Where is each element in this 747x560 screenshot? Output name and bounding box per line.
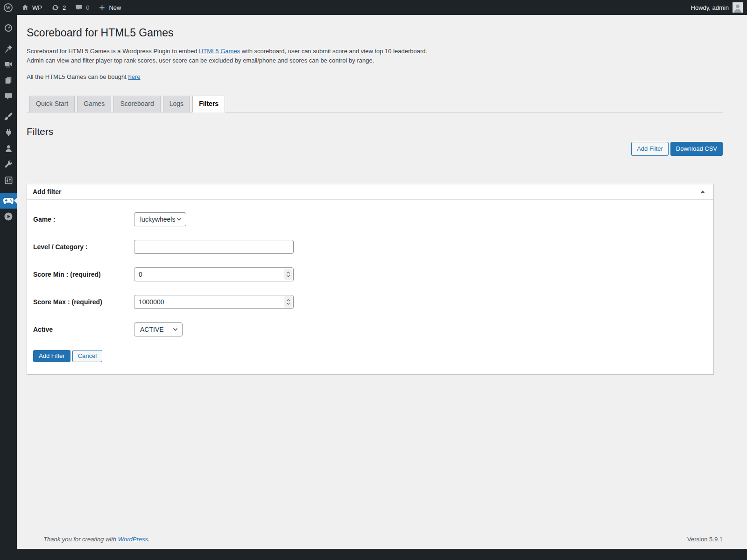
add-filter-panel: Add filter Game : luckywheels Level / Ca…	[27, 184, 714, 375]
tab-games[interactable]: Games	[77, 96, 111, 112]
appearance-brush-icon	[4, 112, 13, 121]
form-row-score-min: Score Min : (required)	[33, 267, 708, 281]
level-category-input[interactable]	[134, 240, 293, 253]
posts-pin-icon	[4, 44, 13, 53]
score-min-input[interactable]	[134, 268, 293, 281]
video-play-icon	[4, 212, 13, 221]
sidebar-item-settings[interactable]	[0, 172, 17, 188]
footer-thanks-text: Thank you for creating with	[43, 536, 118, 543]
score-max-spinner[interactable]	[284, 296, 292, 308]
comment-icon	[75, 4, 83, 11]
sidebar-item-comments[interactable]	[0, 88, 17, 104]
site-name-menu[interactable]: WP	[17, 0, 47, 15]
comment-count: 0	[86, 4, 89, 11]
sidebar-item-scoreboard-plugin[interactable]	[0, 193, 17, 209]
comments-menu[interactable]: 0	[70, 0, 94, 15]
form-row-level: Level / Category :	[33, 240, 708, 254]
admin-bar: W WP 2 0 New Howdy, admin	[0, 0, 747, 15]
howdy-label: Howdy, admin	[691, 4, 729, 11]
game-select[interactable]: luckywheels	[134, 212, 186, 226]
sidebar-item-media[interactable]	[0, 56, 17, 72]
wordpress-logo-menu[interactable]: W	[0, 0, 17, 15]
my-account-menu[interactable]: Howdy, admin	[691, 2, 747, 13]
form-row-score-max: Score Max : (required)	[33, 295, 708, 309]
cancel-button[interactable]: Cancel	[72, 350, 102, 362]
wordpress-link[interactable]: WordPress	[118, 536, 148, 543]
sidebar-item-dashboard[interactable]	[0, 20, 17, 36]
bought-text: All the HTML5 Games can be bought	[27, 73, 128, 80]
sidebar-item-plugins[interactable]	[0, 125, 17, 140]
chevron-down-icon	[173, 328, 178, 331]
sidebar-item-appearance[interactable]	[0, 109, 17, 125]
bought-here-link[interactable]: here	[128, 73, 141, 80]
new-label: New	[109, 4, 121, 11]
tab-filters[interactable]: Filters	[192, 96, 225, 112]
form-row-active: Active ACTIVE	[33, 322, 708, 336]
tab-logs[interactable]: Logs	[163, 96, 190, 112]
level-category-label: Level / Category :	[33, 243, 134, 251]
plugin-description: Scoreboard for HTML5 Games is a Wordpres…	[27, 47, 723, 65]
game-select-value: luckywheels	[140, 216, 175, 223]
active-label: Active	[33, 326, 134, 333]
update-icon	[51, 4, 59, 12]
settings-icon	[4, 176, 13, 185]
plus-icon	[99, 4, 106, 11]
panel-buttons: Add Filter Cancel	[33, 350, 708, 362]
filters-heading: Filters	[27, 126, 723, 138]
add-filter-button-top[interactable]: Add Filter	[631, 142, 669, 156]
score-min-label: Score Min : (required)	[33, 271, 134, 278]
version-label: Version 5.9.1	[687, 536, 723, 543]
sidebar-item-users[interactable]	[0, 140, 17, 156]
tab-scoreboard[interactable]: Scoreboard	[113, 96, 160, 112]
home-icon	[21, 4, 29, 11]
score-min-spinner[interactable]	[284, 269, 292, 280]
add-filter-form: Game : luckywheels Level / Category : Sc…	[27, 200, 713, 374]
collapse-toggle-icon[interactable]	[700, 190, 705, 193]
filters-actions: Add Filter Download CSV	[27, 142, 723, 156]
add-filter-panel-title: Add filter	[33, 188, 61, 196]
active-select[interactable]: ACTIVE	[134, 322, 183, 336]
bought-line: All the HTML5 Games can be bought here	[27, 73, 723, 80]
admin-sidebar	[0, 15, 17, 560]
score-max-label: Score Max : (required)	[33, 298, 134, 306]
intro-line2: Admin can view and filter player top ran…	[27, 57, 374, 64]
sidebar-item-posts[interactable]	[0, 41, 17, 56]
sidebar-item-tools[interactable]	[0, 156, 17, 172]
admin-footer: Thank you for creating with WordPress. V…	[43, 536, 723, 543]
game-controller-icon	[3, 197, 14, 204]
admin-content: Scoreboard for HTML5 Games Scoreboard fo…	[17, 15, 747, 549]
wordpress-logo-icon: W	[3, 3, 13, 13]
html5-games-link[interactable]: HTML5 Games	[199, 48, 240, 55]
score-min-input-wrap	[134, 267, 294, 281]
sidebar-item-pages[interactable]	[0, 72, 17, 88]
footer-thanks: Thank you for creating with WordPress.	[43, 536, 150, 543]
tools-wrench-icon	[4, 160, 13, 169]
update-count: 2	[63, 4, 66, 11]
game-label: Game :	[33, 216, 134, 223]
footer-thanks-period: .	[148, 536, 150, 543]
score-max-input-wrap	[134, 295, 294, 309]
spinner-up-icon	[286, 272, 290, 274]
updates-menu[interactable]: 2	[47, 0, 70, 15]
menu-separator	[0, 36, 17, 41]
dashboard-icon	[4, 23, 13, 33]
svg-text:W: W	[6, 5, 11, 10]
add-filter-panel-header: Add filter	[27, 184, 713, 200]
intro-text: Scoreboard for HTML5 Games is a Wordpres…	[27, 48, 199, 55]
intro-text-after: with scoreboard, user can submit score a…	[240, 48, 427, 55]
avatar	[733, 2, 743, 13]
media-icon	[4, 60, 13, 69]
new-content-menu[interactable]: New	[94, 0, 126, 15]
pages-icon	[4, 76, 13, 84]
active-select-value: ACTIVE	[140, 326, 164, 333]
tab-quick-start[interactable]: Quick Start	[29, 96, 75, 112]
spinner-up-icon	[286, 299, 290, 301]
sidebar-item-video-plugin[interactable]	[0, 209, 17, 224]
score-max-input[interactable]	[134, 295, 293, 308]
comments-icon	[4, 92, 13, 101]
download-csv-button[interactable]: Download CSV	[670, 142, 723, 156]
add-filter-submit-button[interactable]: Add Filter	[33, 350, 70, 362]
page-title: Scoreboard for HTML5 Games	[27, 26, 723, 40]
tab-bar: Quick Start Games Scoreboard Logs Filter…	[27, 96, 723, 112]
plugins-icon	[4, 128, 13, 137]
